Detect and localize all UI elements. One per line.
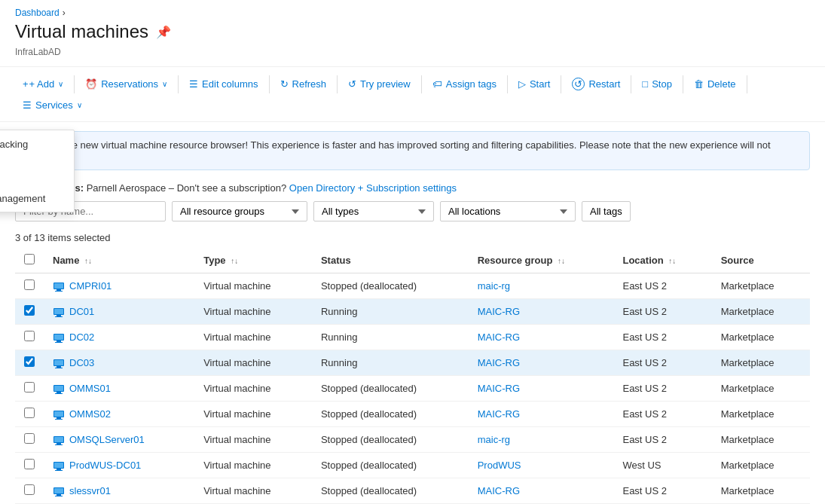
table-row: OMMS01 Virtual machineStopped (deallocat…: [15, 376, 810, 402]
resource-groups-filter[interactable]: All resource groups: [172, 201, 307, 221]
separator-1: [74, 75, 75, 93]
svg-rect-36: [55, 496, 63, 496]
row-checkbox-cell: [15, 427, 44, 453]
banner-text: Try the new virtual machine resource bro…: [47, 139, 799, 162]
change-tracking-item[interactable]: ☰ Change Tracking: [0, 130, 74, 157]
type-sort-icon: ↑↓: [231, 257, 238, 265]
row-checkbox[interactable]: [24, 331, 35, 341]
row-type-cell: Virtual machine: [194, 350, 312, 376]
update-management-item[interactable]: ☰ Update Management: [0, 185, 74, 212]
select-all-header: [15, 248, 44, 273]
vm-name-link[interactable]: OMSQLServer01: [69, 434, 145, 445]
row-type-cell: Virtual machine: [194, 453, 312, 478]
table-container: Name ↑↓ Type ↑↓ Status Resource group ↑↓…: [0, 248, 825, 504]
separator-10: [747, 75, 747, 93]
tags-filter[interactable]: All tags: [582, 201, 631, 221]
row-type-cell: Virtual machine: [194, 376, 312, 402]
rg-link[interactable]: MAIC-RG: [478, 383, 520, 394]
table-row: OMSQLServer01 Virtual machineStopped (de…: [15, 427, 810, 453]
delete-button[interactable]: 🗑 Delete: [686, 74, 744, 94]
rg-link[interactable]: MAIC-RG: [478, 357, 520, 368]
start-icon: ▷: [518, 78, 526, 90]
row-location-cell: East US 2: [613, 402, 711, 427]
row-checkbox[interactable]: [24, 484, 35, 495]
row-source-cell: Marketplace: [712, 453, 810, 478]
vm-name-link[interactable]: CMPRI01: [69, 280, 112, 292]
row-checkbox[interactable]: [24, 408, 35, 418]
row-rg-cell: MAIC-RG: [469, 402, 614, 427]
row-location-cell: East US 2: [613, 325, 711, 350]
row-checkbox[interactable]: [24, 305, 35, 316]
row-name-cell: DC01: [44, 299, 194, 325]
svg-rect-5: [54, 283, 63, 289]
rg-link[interactable]: MAIC-RG: [478, 485, 520, 496]
vm-icon: [53, 331, 65, 344]
vm-name-link[interactable]: DC01: [69, 306, 94, 317]
start-button[interactable]: ▷ Start: [511, 74, 558, 94]
rg-link[interactable]: MAIC-RG: [478, 306, 520, 317]
svg-rect-9: [54, 309, 63, 314]
page-title: Virtual machines: [15, 21, 148, 42]
vm-name-link[interactable]: OMMS02: [69, 408, 111, 420]
source-column-header: Source: [712, 248, 810, 273]
rg-link[interactable]: ProdWUS: [478, 460, 521, 471]
separator-6: [507, 75, 508, 93]
svg-rect-8: [55, 316, 63, 317]
rg-link[interactable]: MAIC-RG: [478, 331, 520, 343]
types-filter[interactable]: All types: [313, 201, 434, 221]
vm-icon: [53, 460, 65, 472]
assign-tags-button[interactable]: 🏷 Assign tags: [425, 74, 504, 94]
svg-rect-17: [54, 360, 63, 365]
locations-filter[interactable]: All locations: [440, 201, 576, 221]
pin-icon[interactable]: 📌: [156, 25, 171, 39]
row-checkbox-cell: [15, 273, 44, 299]
try-preview-button[interactable]: ↺ Try preview: [341, 74, 418, 94]
breadcrumb-separator: ›: [63, 8, 66, 18]
row-rg-cell: MAIC-RG: [469, 478, 614, 504]
svg-rect-13: [54, 334, 63, 340]
restart-button[interactable]: ↺ Restart: [564, 73, 628, 95]
svg-rect-3: [57, 289, 61, 291]
location-column-header[interactable]: Location ↑↓: [613, 248, 711, 273]
vm-name-link[interactable]: OMMS01: [69, 383, 111, 394]
resource-group-column-header[interactable]: Resource group ↑↓: [469, 248, 614, 273]
svg-rect-29: [54, 437, 63, 442]
row-type-cell: Virtual machine: [194, 402, 312, 427]
add-button[interactable]: + + Add ∨: [15, 74, 71, 94]
row-checkbox[interactable]: [24, 459, 35, 469]
row-rg-cell: MAIC-RG: [469, 350, 614, 376]
row-type-cell: Virtual machine: [194, 273, 312, 299]
type-column-header[interactable]: Type ↑↓: [194, 248, 312, 273]
rg-link[interactable]: MAIC-RG: [478, 408, 520, 420]
stop-button[interactable]: □ Stop: [634, 74, 680, 94]
vm-name-link[interactable]: ProdWUS-DC01: [69, 460, 141, 471]
row-status-cell: Stopped (deallocated): [312, 427, 469, 453]
reservations-button[interactable]: ⏰ Reservations ∨: [78, 74, 175, 94]
name-column-header[interactable]: Name ↑↓: [44, 248, 194, 273]
table-row: slessvr01 Virtual machineStopped (deallo…: [15, 478, 810, 504]
edit-columns-button[interactable]: ☰ Edit columns: [182, 74, 265, 94]
vm-name-link[interactable]: DC03: [69, 357, 94, 368]
row-location-cell: West US: [613, 453, 711, 478]
row-checkbox[interactable]: [24, 382, 35, 393]
row-checkbox-cell: [15, 402, 44, 427]
row-name-cell: OMMS01: [44, 376, 194, 402]
vm-icon: [53, 306, 65, 318]
vm-name-link[interactable]: DC02: [69, 331, 94, 343]
rg-link[interactable]: maic-rg: [478, 434, 510, 445]
row-checkbox[interactable]: [24, 356, 35, 367]
row-checkbox[interactable]: [24, 433, 35, 444]
inventory-item[interactable]: ☰ Inventory: [0, 157, 74, 185]
select-all-checkbox[interactable]: [24, 254, 35, 264]
add-icon: +: [23, 78, 29, 90]
row-checkbox[interactable]: [24, 279, 35, 290]
svg-rect-33: [54, 463, 63, 468]
refresh-button[interactable]: ↻ Refresh: [273, 74, 335, 94]
toolbar: + + Add ∨ ⏰ Reservations ∨ ☰ Edit column…: [0, 66, 825, 122]
breadcrumb-parent[interactable]: Dashboard: [15, 8, 60, 18]
open-directory-link[interactable]: Open Directory + Subscription settings: [289, 182, 457, 194]
selection-count: 3 of 13 items selected: [15, 232, 110, 243]
vm-name-link[interactable]: slessvr01: [69, 485, 111, 496]
services-button[interactable]: ☰ Services ∨: [15, 95, 90, 115]
rg-link[interactable]: maic-rg: [478, 280, 510, 292]
